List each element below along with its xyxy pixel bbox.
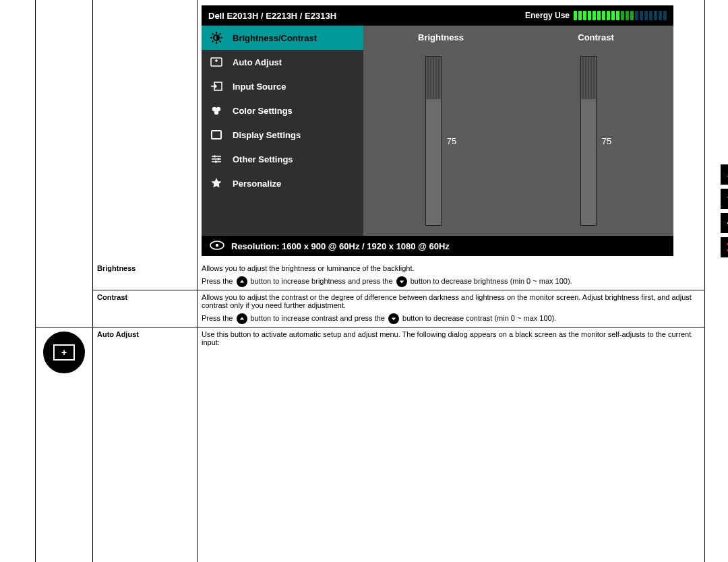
nav-exit-button[interactable]: ✕	[721, 237, 728, 257]
osd-side-buttons: ✕	[721, 164, 728, 257]
contrast-desc: Allows you to adjust the contrast or the…	[202, 293, 700, 309]
osd-menu-item-input-source[interactable]: Input Source	[202, 74, 363, 98]
osd-menu-label: Input Source	[233, 82, 286, 92]
svg-point-11	[216, 243, 218, 246]
brightness-slider[interactable]	[425, 56, 442, 226]
osd-menu-label: Other Settings	[233, 154, 293, 164]
manual-table: Dell E2013H / E2213H / E2313H Energy Use…	[35, 0, 705, 562]
osd-menu-item-other-settings[interactable]: Other Settings	[202, 147, 363, 171]
contrast-panel: Contrast 75	[518, 26, 673, 236]
osd-menu-label: Personalize	[233, 179, 281, 189]
row-contrast-label: Contrast	[93, 290, 198, 327]
osd-menu-label: Brightness/Contrast	[233, 33, 317, 43]
input-source-icon	[210, 80, 223, 93]
osd-menu-item-brightness-contrast[interactable]: Brightness/Contrast	[202, 26, 363, 50]
osd-title: Dell E2013H / E2213H / E2313H	[208, 11, 336, 21]
autoadjust-desc: Use this button to activate automatic se…	[202, 330, 691, 346]
osd-menu-item-personalize[interactable]: Personalize	[202, 171, 363, 195]
osd-menu-item-color-settings[interactable]: Color Settings	[202, 98, 363, 123]
brightness-panel: Brightness 75	[363, 26, 518, 236]
row-contrast-body: Allows you to adjust the contrast or the…	[198, 290, 705, 327]
osd-cell: Dell E2013H / E2213H / E2313H Energy Use…	[198, 0, 705, 261]
energy-meter	[574, 11, 667, 20]
row-autoadjust-label: Auto Adjust	[93, 327, 198, 378]
brightness-icon	[210, 31, 223, 44]
resolution-text: Resolution: 1600 x 900 @ 60Hz / 1920 x 1…	[231, 241, 450, 251]
up-chevron-icon	[237, 313, 247, 324]
star-icon	[210, 177, 223, 190]
label-col	[93, 0, 198, 261]
contrast-value: 75	[602, 136, 611, 146]
down-chevron-icon	[388, 313, 399, 324]
osd-menu-item-display-settings[interactable]: Display Settings	[202, 123, 363, 147]
osd-menu-label: Color Settings	[233, 106, 293, 116]
svg-rect-8	[218, 158, 220, 160]
nav-down-button[interactable]	[721, 189, 728, 209]
nav-enter-button[interactable]	[721, 213, 728, 233]
row-brightness-label: Brightness	[93, 261, 198, 290]
osd-menu-label: Auto Adjust	[233, 57, 282, 67]
auto-adjust-icon	[210, 55, 223, 69]
sliders-icon	[210, 152, 223, 166]
osd-menu: Brightness/ContrastAuto AdjustInput Sour…	[202, 26, 363, 236]
osd-window: Dell E2013H / E2213H / E2313H Energy Use…	[202, 5, 673, 256]
down-chevron-icon	[396, 276, 407, 287]
svg-rect-7	[214, 156, 216, 158]
svg-rect-9	[215, 161, 217, 163]
contrast-slider[interactable]	[580, 56, 597, 226]
row-brightness-body: Allows you to adjust the brightness or l…	[198, 261, 705, 290]
panel-title-contrast: Contrast	[578, 26, 613, 50]
osd-footer: Resolution: 1600 x 900 @ 60Hz / 1920 x 1…	[202, 236, 673, 256]
up-chevron-icon	[237, 276, 247, 287]
panel-title-brightness: Brightness	[418, 26, 464, 50]
osd-menu-item-auto-adjust[interactable]: Auto Adjust	[202, 50, 363, 74]
svg-point-5	[214, 111, 218, 115]
resolution-icon	[210, 241, 224, 252]
auto-adjust-icon: +	[43, 332, 85, 373]
auto-adjust-icon-cell: +	[36, 327, 93, 378]
brightness-value: 75	[447, 136, 456, 146]
row-autoadjust-body: Use this button to activate automatic se…	[198, 327, 705, 378]
svg-rect-6	[212, 131, 221, 139]
color-settings-icon	[210, 104, 223, 117]
display-icon	[210, 128, 223, 142]
icon-col	[36, 0, 93, 261]
energy-label: Energy Use	[525, 11, 570, 20]
osd-header: Dell E2013H / E2213H / E2313H Energy Use	[202, 5, 673, 26]
nav-up-button[interactable]	[721, 164, 728, 185]
osd-menu-label: Display Settings	[233, 130, 301, 140]
brightness-desc: Allows you to adjust the brightness or l…	[202, 264, 700, 272]
